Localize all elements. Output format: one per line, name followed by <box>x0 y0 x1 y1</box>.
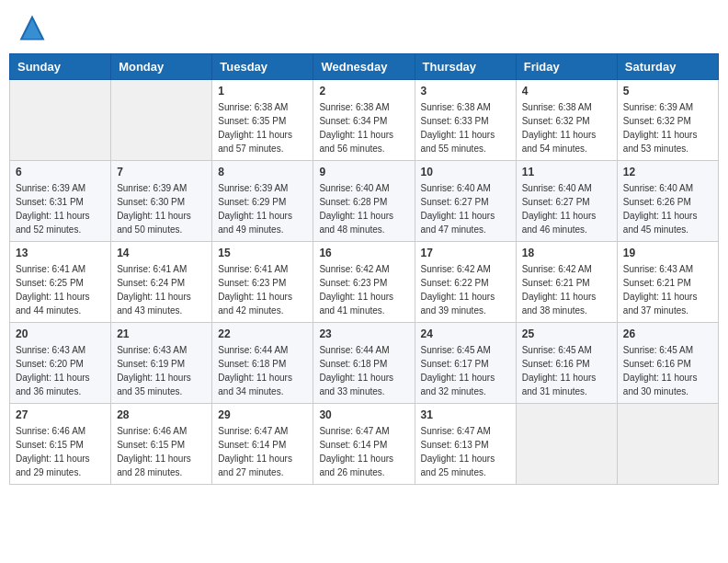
day-info: Sunrise: 6:45 AMSunset: 6:16 PMDaylight:… <box>522 343 611 398</box>
day-info: Sunrise: 6:43 AMSunset: 6:21 PMDaylight:… <box>623 262 712 317</box>
calendar-day-cell <box>516 404 617 485</box>
calendar-day-cell: 15Sunrise: 6:41 AMSunset: 6:23 PMDayligh… <box>212 242 313 323</box>
calendar-day-cell: 27Sunrise: 6:46 AMSunset: 6:15 PMDayligh… <box>10 404 111 485</box>
day-info: Sunrise: 6:42 AMSunset: 6:23 PMDaylight:… <box>319 262 408 317</box>
calendar-day-cell: 9Sunrise: 6:40 AMSunset: 6:28 PMDaylight… <box>313 161 415 242</box>
day-number: 29 <box>218 408 307 421</box>
day-info: Sunrise: 6:38 AMSunset: 6:32 PMDaylight:… <box>522 100 611 155</box>
calendar-day-cell: 12Sunrise: 6:40 AMSunset: 6:26 PMDayligh… <box>617 161 718 242</box>
day-info: Sunrise: 6:42 AMSunset: 6:22 PMDaylight:… <box>421 262 510 317</box>
calendar-day-cell: 4Sunrise: 6:38 AMSunset: 6:32 PMDaylight… <box>516 80 617 161</box>
day-number: 6 <box>16 166 105 178</box>
day-number: 8 <box>218 166 307 178</box>
day-of-week-header: Sunday <box>10 54 111 80</box>
calendar-day-cell: 26Sunrise: 6:45 AMSunset: 6:16 PMDayligh… <box>617 323 718 404</box>
calendar-day-cell: 24Sunrise: 6:45 AMSunset: 6:17 PMDayligh… <box>415 323 516 404</box>
day-number: 23 <box>319 327 408 340</box>
calendar-week-row: 20Sunrise: 6:43 AMSunset: 6:20 PMDayligh… <box>10 323 719 404</box>
day-info: Sunrise: 6:46 AMSunset: 6:15 PMDaylight:… <box>16 424 105 479</box>
calendar-day-cell: 22Sunrise: 6:44 AMSunset: 6:18 PMDayligh… <box>212 323 313 404</box>
day-info: Sunrise: 6:47 AMSunset: 6:14 PMDaylight:… <box>319 424 408 479</box>
day-info: Sunrise: 6:38 AMSunset: 6:33 PMDaylight:… <box>421 100 510 155</box>
day-info: Sunrise: 6:38 AMSunset: 6:35 PMDaylight:… <box>218 100 307 155</box>
calendar-week-row: 27Sunrise: 6:46 AMSunset: 6:15 PMDayligh… <box>10 404 719 485</box>
day-number: 24 <box>421 327 510 340</box>
day-info: Sunrise: 6:39 AMSunset: 6:31 PMDaylight:… <box>16 181 105 236</box>
calendar-day-cell: 10Sunrise: 6:40 AMSunset: 6:27 PMDayligh… <box>415 161 516 242</box>
day-info: Sunrise: 6:47 AMSunset: 6:13 PMDaylight:… <box>421 424 510 479</box>
day-of-week-header: Thursday <box>415 54 516 80</box>
logo <box>18 14 50 41</box>
calendar-day-cell: 16Sunrise: 6:42 AMSunset: 6:23 PMDayligh… <box>313 242 415 323</box>
day-number: 12 <box>623 166 712 178</box>
calendar-day-cell: 31Sunrise: 6:47 AMSunset: 6:13 PMDayligh… <box>415 404 516 485</box>
calendar-day-cell: 18Sunrise: 6:42 AMSunset: 6:21 PMDayligh… <box>516 242 617 323</box>
calendar-day-cell: 17Sunrise: 6:42 AMSunset: 6:22 PMDayligh… <box>415 242 516 323</box>
day-of-week-header: Friday <box>516 54 617 80</box>
calendar-day-cell <box>10 80 111 161</box>
day-number: 19 <box>623 247 712 259</box>
calendar-day-cell: 7Sunrise: 6:39 AMSunset: 6:30 PMDaylight… <box>111 161 212 242</box>
day-number: 18 <box>522 247 611 259</box>
calendar-day-cell: 30Sunrise: 6:47 AMSunset: 6:14 PMDayligh… <box>313 404 415 485</box>
day-number: 31 <box>421 408 510 421</box>
calendar-day-cell: 21Sunrise: 6:43 AMSunset: 6:19 PMDayligh… <box>111 323 212 404</box>
calendar-day-cell: 20Sunrise: 6:43 AMSunset: 6:20 PMDayligh… <box>10 323 111 404</box>
day-number: 7 <box>117 166 206 178</box>
day-of-week-header: Monday <box>111 54 212 80</box>
day-info: Sunrise: 6:47 AMSunset: 6:14 PMDaylight:… <box>218 424 307 479</box>
calendar-day-cell: 5Sunrise: 6:39 AMSunset: 6:32 PMDaylight… <box>617 80 718 161</box>
day-info: Sunrise: 6:45 AMSunset: 6:17 PMDaylight:… <box>421 343 510 398</box>
day-info: Sunrise: 6:44 AMSunset: 6:18 PMDaylight:… <box>319 343 408 398</box>
day-number: 11 <box>522 166 611 178</box>
day-info: Sunrise: 6:40 AMSunset: 6:26 PMDaylight:… <box>623 181 712 236</box>
day-info: Sunrise: 6:45 AMSunset: 6:16 PMDaylight:… <box>623 343 712 398</box>
day-info: Sunrise: 6:40 AMSunset: 6:27 PMDaylight:… <box>421 181 510 236</box>
calendar-day-cell: 25Sunrise: 6:45 AMSunset: 6:16 PMDayligh… <box>516 323 617 404</box>
day-of-week-header: Wednesday <box>313 54 415 80</box>
calendar-day-cell <box>617 404 718 485</box>
calendar-day-cell: 14Sunrise: 6:41 AMSunset: 6:24 PMDayligh… <box>111 242 212 323</box>
day-of-week-header: Tuesday <box>212 54 313 80</box>
day-info: Sunrise: 6:40 AMSunset: 6:27 PMDaylight:… <box>522 181 611 236</box>
day-info: Sunrise: 6:43 AMSunset: 6:20 PMDaylight:… <box>16 343 105 398</box>
day-info: Sunrise: 6:42 AMSunset: 6:21 PMDaylight:… <box>522 262 611 317</box>
page-header <box>9 9 719 46</box>
day-of-week-header: Saturday <box>617 54 718 80</box>
calendar-day-cell: 3Sunrise: 6:38 AMSunset: 6:33 PMDaylight… <box>415 80 516 161</box>
calendar-day-cell: 6Sunrise: 6:39 AMSunset: 6:31 PMDaylight… <box>10 161 111 242</box>
day-number: 21 <box>117 327 206 340</box>
day-info: Sunrise: 6:39 AMSunset: 6:30 PMDaylight:… <box>117 181 206 236</box>
day-number: 4 <box>522 85 611 98</box>
day-info: Sunrise: 6:38 AMSunset: 6:34 PMDaylight:… <box>319 100 408 155</box>
day-number: 3 <box>421 85 510 98</box>
logo-icon <box>18 14 46 41</box>
calendar-day-cell: 19Sunrise: 6:43 AMSunset: 6:21 PMDayligh… <box>617 242 718 323</box>
day-number: 22 <box>218 327 307 340</box>
day-number: 25 <box>522 327 611 340</box>
calendar-day-cell: 13Sunrise: 6:41 AMSunset: 6:25 PMDayligh… <box>10 242 111 323</box>
calendar-day-cell: 8Sunrise: 6:39 AMSunset: 6:29 PMDaylight… <box>212 161 313 242</box>
day-number: 9 <box>319 166 408 178</box>
calendar-day-cell: 28Sunrise: 6:46 AMSunset: 6:15 PMDayligh… <box>111 404 212 485</box>
calendar-day-cell: 23Sunrise: 6:44 AMSunset: 6:18 PMDayligh… <box>313 323 415 404</box>
day-number: 26 <box>623 327 712 340</box>
day-number: 13 <box>16 247 105 259</box>
calendar-week-row: 6Sunrise: 6:39 AMSunset: 6:31 PMDaylight… <box>10 161 719 242</box>
day-number: 1 <box>218 85 307 98</box>
day-info: Sunrise: 6:41 AMSunset: 6:23 PMDaylight:… <box>218 262 307 317</box>
day-info: Sunrise: 6:41 AMSunset: 6:25 PMDaylight:… <box>16 262 105 317</box>
calendar-week-row: 13Sunrise: 6:41 AMSunset: 6:25 PMDayligh… <box>10 242 719 323</box>
day-info: Sunrise: 6:40 AMSunset: 6:28 PMDaylight:… <box>319 181 408 236</box>
day-info: Sunrise: 6:39 AMSunset: 6:32 PMDaylight:… <box>623 100 712 155</box>
day-number: 30 <box>319 408 408 421</box>
calendar-day-cell: 11Sunrise: 6:40 AMSunset: 6:27 PMDayligh… <box>516 161 617 242</box>
day-number: 20 <box>16 327 105 340</box>
calendar-day-cell: 29Sunrise: 6:47 AMSunset: 6:14 PMDayligh… <box>212 404 313 485</box>
day-number: 5 <box>623 85 712 98</box>
day-info: Sunrise: 6:46 AMSunset: 6:15 PMDaylight:… <box>117 424 206 479</box>
day-number: 17 <box>421 247 510 259</box>
day-number: 15 <box>218 247 307 259</box>
day-number: 28 <box>117 408 206 421</box>
day-info: Sunrise: 6:44 AMSunset: 6:18 PMDaylight:… <box>218 343 307 398</box>
